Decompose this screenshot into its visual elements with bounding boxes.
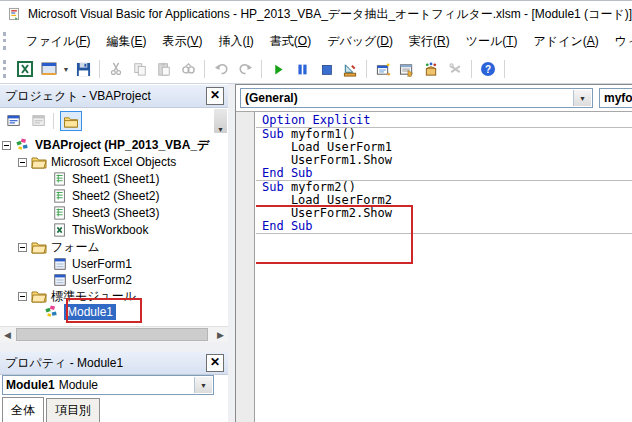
break-button[interactable] <box>291 59 313 79</box>
tree-item-sheet3[interactable]: Sheet3 (Sheet3) <box>48 205 159 221</box>
menu-item-debug[interactable]: デバッグ(D) <box>319 29 401 54</box>
toolbar-grip[interactable] <box>3 60 9 78</box>
tree-item-thisworkbook[interactable]: ThisWorkbook <box>48 222 148 238</box>
tree-item-label: UserForm2 <box>72 273 132 287</box>
tree-item-forms-folder[interactable]: フォーム <box>18 239 100 255</box>
code-text: Option Explicit Sub myform1() Load UserF… <box>256 114 632 234</box>
toggle-folders-button[interactable] <box>60 111 82 131</box>
toolbar-separator <box>504 60 505 78</box>
folder-open-icon <box>31 289 47 303</box>
project-toolbar-overflow-button[interactable]: ▼ <box>214 109 227 133</box>
find-button[interactable] <box>177 59 199 79</box>
view-object-button[interactable] <box>28 111 50 131</box>
collapse-icon[interactable] <box>18 158 27 167</box>
scroll-left-button[interactable]: ◀ <box>0 327 15 342</box>
code-combo-row: (General) ▼ myfo <box>236 85 632 112</box>
tree-item-modules-folder[interactable]: 標準モジュール <box>18 288 136 304</box>
module-icon <box>44 305 60 319</box>
cut-button[interactable] <box>105 59 127 79</box>
window-title: Microsoft Visual Basic for Applications … <box>28 6 632 23</box>
copy-icon <box>133 62 147 76</box>
menu-item-insert[interactable]: 挿入(I) <box>211 29 262 54</box>
standard-toolbar: ▼ <box>0 55 632 84</box>
project-toolbar: ▼ <box>0 108 228 134</box>
code-line: Option Explicit <box>256 114 632 127</box>
design-mode-icon <box>342 62 358 77</box>
userform-icon <box>52 273 68 287</box>
view-excel-button[interactable] <box>14 59 36 79</box>
project-explorer-icon <box>375 62 391 77</box>
folder-icon <box>63 115 79 128</box>
combo-dropdown-icon[interactable]: ▼ <box>573 90 591 106</box>
tree-item-sheet1[interactable]: Sheet1 (Sheet1) <box>48 171 159 187</box>
properties-object-combo[interactable]: Module1 Module ▼ <box>2 375 214 395</box>
insert-userform-button[interactable] <box>38 59 60 79</box>
reset-button[interactable] <box>315 59 337 79</box>
design-mode-button[interactable] <box>339 59 361 79</box>
project-hscrollbar[interactable]: ◀ ▶ <box>0 326 228 342</box>
run-icon <box>272 63 285 76</box>
scroll-right-button[interactable]: ▶ <box>213 327 228 342</box>
tab-alphabetic[interactable]: 全体 <box>2 397 44 422</box>
menu-item-window[interactable]: ウィンドウ(W) <box>607 29 632 54</box>
object-browser-button[interactable] <box>420 59 442 79</box>
project-explorer-button[interactable] <box>372 59 394 79</box>
combo-dropdown-icon[interactable]: ▼ <box>194 377 212 393</box>
code-window: (General) ▼ myfo Option Explicit Sub myf… <box>235 84 632 422</box>
tree-item-module1[interactable]: Module1 <box>48 304 116 320</box>
tree-item-label-selected: Module1 <box>64 304 116 320</box>
code-editor[interactable]: Option Explicit Sub myform1() Load UserF… <box>256 112 632 422</box>
tree-item-userform1[interactable]: UserForm1 <box>48 256 132 272</box>
project-close-button[interactable]: ✕ <box>206 87 224 105</box>
menu-item-edit[interactable]: 編集(E) <box>98 29 154 54</box>
collapse-icon[interactable] <box>2 141 11 150</box>
view-code-button[interactable] <box>3 111 25 131</box>
paste-button[interactable] <box>153 59 175 79</box>
tree-item-sheet2[interactable]: Sheet2 (Sheet2) <box>48 188 159 204</box>
properties-window-button[interactable] <box>396 59 418 79</box>
redo-icon <box>238 62 253 76</box>
tree-item-excel-objects[interactable]: Microsoft Excel Objects <box>18 154 176 170</box>
copy-button[interactable] <box>129 59 151 79</box>
redo-button[interactable] <box>234 59 256 79</box>
undo-button[interactable] <box>210 59 232 79</box>
panel-splitter[interactable] <box>0 342 228 352</box>
folder-open-icon <box>31 240 47 254</box>
menu-item-addins[interactable]: アドイン(A) <box>526 29 607 54</box>
menu-item-tools[interactable]: ツール(T) <box>458 29 526 54</box>
save-button[interactable] <box>72 59 94 79</box>
properties-close-button[interactable]: ✕ <box>206 354 224 372</box>
tree-item-label: UserForm1 <box>72 257 132 271</box>
run-button[interactable] <box>267 59 289 79</box>
menu-item-view[interactable]: 表示(V) <box>154 29 210 54</box>
code-line: End Sub <box>256 220 632 233</box>
procedure-combo[interactable]: myfo <box>599 88 632 108</box>
project-tree: VBAProject (HP_2013_VBA_デ Microsoft Exce… <box>0 134 228 326</box>
help-button[interactable]: ? <box>477 59 499 79</box>
folder-open-icon <box>31 155 47 169</box>
project-panel-title: プロジェクト - VBAProject <box>5 88 151 105</box>
view-object-icon <box>31 114 47 128</box>
toolbox-button[interactable] <box>444 59 466 79</box>
toolbar-separator <box>99 60 100 78</box>
object-name: Module1 <box>6 378 55 392</box>
vbe-app-icon <box>8 6 21 22</box>
tab-categorized[interactable]: 項目別 <box>46 398 100 422</box>
menubar-grip[interactable] <box>3 32 6 50</box>
insert-object-dropdown[interactable]: ▼ <box>61 59 71 79</box>
properties-panel-title: プロパティ - Module1 <box>5 355 123 372</box>
menu-item-file[interactable]: ファイル(F) <box>18 29 98 54</box>
object-type: Module <box>59 378 98 392</box>
paste-icon <box>157 62 171 76</box>
scroll-thumb[interactable] <box>16 328 208 341</box>
code-margin-bar[interactable] <box>236 112 255 422</box>
tree-item-userform2[interactable]: UserForm2 <box>48 272 132 288</box>
object-combo[interactable]: (General) ▼ <box>240 88 593 108</box>
menu-item-format[interactable]: 書式(O) <box>262 29 319 54</box>
collapse-icon[interactable] <box>18 292 27 301</box>
menu-bar: ファイル(F) 編集(E) 表示(V) 挿入(I) 書式(O) デバッグ(D) … <box>0 27 632 55</box>
tree-item-vbaproject[interactable]: VBAProject (HP_2013_VBA_デ <box>2 137 209 153</box>
menu-item-run[interactable]: 実行(R) <box>401 29 458 54</box>
collapse-icon[interactable] <box>18 243 27 252</box>
vertical-splitter[interactable] <box>228 84 235 422</box>
